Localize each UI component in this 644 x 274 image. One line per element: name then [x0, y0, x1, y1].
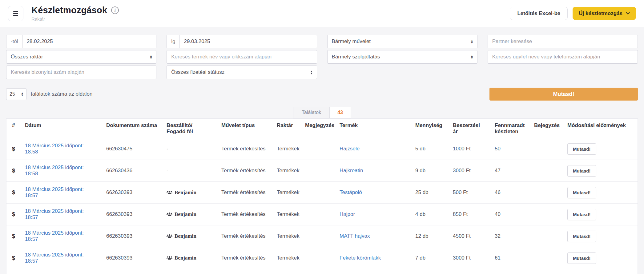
cell-product: Hajkreatin — [335, 160, 411, 182]
new-stock-movement-label: Új készletmozgás — [579, 10, 622, 17]
cell-entry — [530, 138, 563, 160]
service-select[interactable]: Bármely szolgáltatás ▴▾ — [327, 50, 477, 64]
date-link[interactable]: 18 Március 2025 időpont: 18:58 — [25, 143, 84, 155]
cell-operation-type: Termék értékesítés — [217, 160, 272, 182]
payment-status-select[interactable]: Összes fizetési státusz ▴▾ — [167, 66, 317, 79]
select-arrows-icon: ▴▾ — [21, 92, 23, 96]
table-row: $18 Március 2025 időpont: 18:58662630436… — [6, 160, 638, 182]
menu-button[interactable] — [8, 6, 23, 21]
cell-warehouse: Termékek — [272, 225, 301, 247]
dollar-icon: $ — [12, 146, 15, 152]
date-from-label: -tól — [6, 35, 23, 48]
cell-remaining-stock: 29 — [490, 269, 530, 274]
cell-date: 18 Március 2025 időpont: 18:57 — [21, 204, 102, 225]
date-link[interactable]: 18 Március 2025 időpont: 18:58 — [25, 165, 84, 177]
product-link[interactable]: Testápoló — [340, 189, 362, 195]
date-link[interactable]: 18 Március 2025 időpont: 18:57 — [25, 186, 84, 198]
cell-history: Mutasd! — [563, 225, 638, 247]
show-results-button[interactable]: Mutasd! — [489, 88, 638, 101]
date-from-field: -tól — [6, 35, 156, 48]
date-link[interactable]: 18 Március 2025 időpont: 18:57 — [25, 208, 84, 220]
cell-document-number: 662630393 — [102, 204, 162, 225]
product-search-input[interactable] — [167, 50, 317, 64]
show-history-button[interactable]: Mutasd! — [567, 165, 596, 177]
receipt-search-input[interactable] — [6, 66, 156, 79]
cell-warehouse: Termékek — [272, 182, 301, 204]
column-header-3: Beszállító/ Fogadó fél — [162, 119, 217, 138]
cell-remaining-stock: 46 — [490, 182, 530, 204]
column-header-4: Művelet típus — [217, 119, 272, 138]
product-link[interactable]: Hajpor — [340, 211, 355, 217]
cell-warehouse: Termékek — [272, 247, 301, 269]
cell-remaining-stock: 32 — [490, 225, 530, 247]
cell-purchase-price: 3000 Ft — [449, 247, 490, 269]
show-history-button[interactable]: Mutasd! — [567, 231, 596, 242]
product-link[interactable]: MATT hajvax — [340, 233, 370, 239]
column-header-12: Módosítási előzmények — [563, 119, 638, 138]
date-link[interactable]: 18 Március 2025 időpont: 18:57 — [25, 230, 84, 242]
new-stock-movement-button[interactable]: Új készletmozgás — [573, 7, 636, 20]
cell-purchase-price: 1000 Ft — [449, 138, 490, 160]
warehouse-select[interactable]: Összes raktár ▴▾ — [6, 50, 156, 64]
date-to-field: ig — [167, 35, 317, 48]
top-bar: Készletmozgások i Raktár Letöltés Excel-… — [0, 0, 644, 27]
partner-name: Benjamin — [175, 233, 196, 239]
cell-product: Testápoló — [335, 182, 411, 204]
cell-date: 18 Március 2025 időpont: 18:58 — [21, 138, 102, 160]
results-count-badge[interactable]: 43 — [329, 107, 351, 118]
show-history-button[interactable]: Mutasd! — [567, 209, 596, 220]
dollar-icon: $ — [12, 233, 15, 239]
table-row: $18 Március 2025 időpont: 18:57662630393… — [6, 247, 638, 269]
page-size-select[interactable]: 25 ▴▾ — [6, 88, 26, 100]
select-arrows-icon: ▴▾ — [471, 39, 473, 44]
date-to-input[interactable] — [180, 35, 316, 48]
cell-document-number: 662630393 — [102, 182, 162, 204]
users-icon — [167, 190, 172, 195]
operation-select[interactable]: Bármely művelet ▴▾ — [327, 35, 477, 48]
product-link[interactable]: Hajkreatin — [340, 168, 363, 173]
download-excel-button[interactable]: Letöltés Excel-be — [510, 7, 568, 20]
cell-purchase-price: 500 Ft — [449, 182, 490, 204]
cell-entry — [530, 160, 563, 182]
pagination-row: 25 ▴▾ találatok száma az oldalon Mutasd! — [0, 88, 644, 101]
filters-section: -tól ig Bármely művelet ▴▾ Összes raktár… — [0, 27, 644, 79]
column-header-2: Dokumentum száma — [102, 119, 162, 138]
partner-search-input[interactable] — [488, 35, 638, 48]
show-history-button[interactable]: Mutasd! — [567, 252, 596, 264]
cell-history: Mutasd! — [563, 160, 638, 182]
cell-purchase-price: 850 Ft — [449, 204, 490, 225]
cell-note — [301, 182, 335, 204]
cell-note — [301, 160, 335, 182]
show-history-button[interactable]: Mutasd! — [567, 143, 596, 155]
page-subtitle: Raktár — [31, 16, 119, 22]
cell-warehouse: Termékek — [272, 269, 301, 274]
show-history-button[interactable]: Mutasd! — [567, 187, 596, 198]
results-table-card: #DátumDokumentum számaBeszállító/ Fogadó… — [6, 118, 638, 274]
cell-note — [301, 269, 335, 274]
product-link[interactable]: Fekete körömlakk — [340, 255, 381, 261]
column-header-1: Dátum — [21, 119, 102, 138]
table-header-row: #DátumDokumentum számaBeszállító/ Fogadó… — [6, 119, 638, 138]
cell-history: Mutasd! — [563, 269, 638, 274]
info-icon[interactable]: i — [111, 6, 119, 14]
date-link[interactable]: 18 Március 2025 időpont: 18:57 — [25, 252, 84, 264]
product-link[interactable]: Hajzselé — [340, 146, 360, 152]
cell-entry — [530, 247, 563, 269]
users-icon — [167, 212, 172, 216]
cell-currency: $ — [6, 247, 21, 269]
column-header-6: Megjegyzés — [301, 119, 335, 138]
customer-search-input[interactable] — [488, 50, 638, 64]
column-header-0: # — [6, 119, 21, 138]
cell-document-number: 662630393 — [102, 247, 162, 269]
cell-purchase-price: 3000 Ft — [449, 160, 490, 182]
users-icon — [167, 256, 172, 260]
cell-currency: $ — [6, 225, 21, 247]
title-block: Készletmozgások i Raktár — [31, 5, 119, 22]
results-tab[interactable]: Találatok — [293, 107, 330, 118]
cell-document-number: 662630475 — [102, 138, 162, 160]
column-header-8: Mennyiség — [411, 119, 449, 138]
cell-operation-type: Termék értékesítés — [217, 247, 272, 269]
date-from-input[interactable] — [23, 35, 156, 48]
cell-history: Mutasd! — [563, 182, 638, 204]
cell-warehouse: Termékek — [272, 204, 301, 225]
